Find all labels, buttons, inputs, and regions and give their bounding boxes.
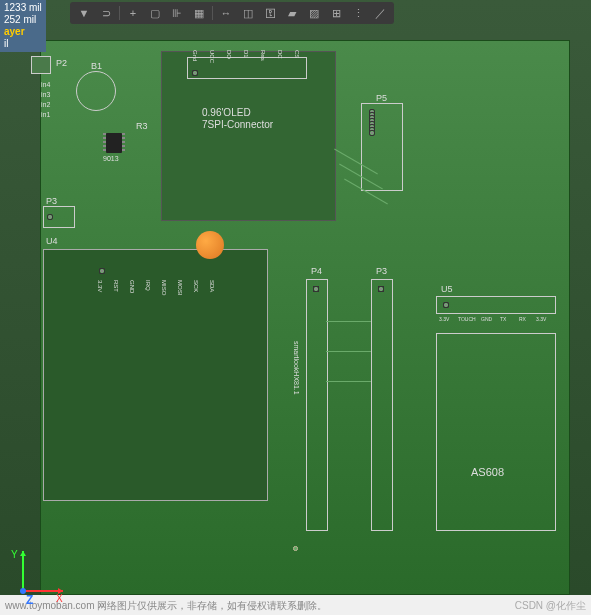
component-as608: [436, 333, 556, 531]
label-9013: 9013: [103, 155, 119, 162]
filter-icon[interactable]: ▼: [74, 4, 94, 22]
label-p3-left: P3: [46, 196, 57, 206]
u5-header: [436, 296, 556, 314]
label-p3-right: P3: [376, 266, 387, 276]
dots-icon[interactable]: ⋮: [348, 4, 368, 22]
axis-z-label: Z: [26, 593, 33, 606]
measure-icon[interactable]: ▰: [282, 4, 302, 22]
component-u3: Gnd UCC DO D1 Res DC CS 0.96'OLED 7SPI-C…: [161, 51, 336, 221]
outline-icon[interactable]: ◫: [238, 4, 258, 22]
u3-header: [187, 57, 307, 79]
label-p4: P4: [311, 266, 322, 276]
watermark-right: CSDN @化作尘: [515, 599, 586, 613]
label-r3: R3: [136, 121, 148, 131]
label-in3: in3: [41, 91, 50, 98]
axis-x-label: X: [56, 593, 63, 604]
label-smartlook: smartlookHX81.1: [293, 341, 300, 395]
marker-sphere: [196, 231, 224, 259]
label-as608: AS608: [471, 466, 504, 478]
label-u4: U4: [46, 236, 58, 246]
label-in2: in2: [41, 101, 50, 108]
svg-marker-3: [20, 551, 26, 556]
component-b1: [76, 71, 116, 111]
component-p5: [361, 103, 403, 191]
chart-icon[interactable]: ▨: [304, 4, 324, 22]
component-p3-right: [371, 279, 393, 531]
oled-text2: 7SPI-Connector: [202, 119, 273, 130]
plus-icon[interactable]: +: [123, 4, 143, 22]
label-in4: in4: [41, 81, 50, 88]
pcb-board: P2 B1 in4 in3 in2 in1 U3 Gnd UCC DO D1 R…: [40, 40, 570, 595]
pcb-3d-viewport[interactable]: P2 B1 in4 in3 in2 in1 U3 Gnd UCC DO D1 R…: [0, 0, 591, 595]
dimension-icon[interactable]: ↔: [216, 4, 236, 22]
connector-p2: [31, 56, 51, 74]
ic-9013: [106, 133, 122, 153]
coordinate-panel: 1233 mil 252 mil ayer il: [0, 0, 46, 52]
label-p2: P2: [56, 58, 67, 68]
axis-gizmo: X Y Z: [8, 546, 68, 610]
oled-text1: 0.96'OLED: [202, 107, 251, 118]
key-icon[interactable]: ⚿: [260, 4, 280, 22]
grid-icon[interactable]: ▦: [189, 4, 209, 22]
align-icon[interactable]: ⊪: [167, 4, 187, 22]
toolbar: ▼ ⊃ + ▢ ⊪ ▦ ↔ ◫ ⚿ ▰ ▨ ⊞ ⋮ ／: [70, 2, 394, 24]
axis-y-label: Y: [11, 549, 18, 560]
magnet-icon[interactable]: ⊃: [96, 4, 116, 22]
label-in1: in1: [41, 111, 50, 118]
component-p4: [306, 279, 328, 531]
line-icon[interactable]: ／: [370, 4, 390, 22]
component-u4: 3.3V RST GND IRQ MISO MOSI SCK SDA: [43, 249, 268, 501]
label-p5: P5: [376, 93, 387, 103]
select-icon[interactable]: ▢: [145, 4, 165, 22]
grid2-icon[interactable]: ⊞: [326, 4, 346, 22]
label-u5: U5: [441, 284, 453, 294]
label-b1: B1: [91, 61, 102, 71]
